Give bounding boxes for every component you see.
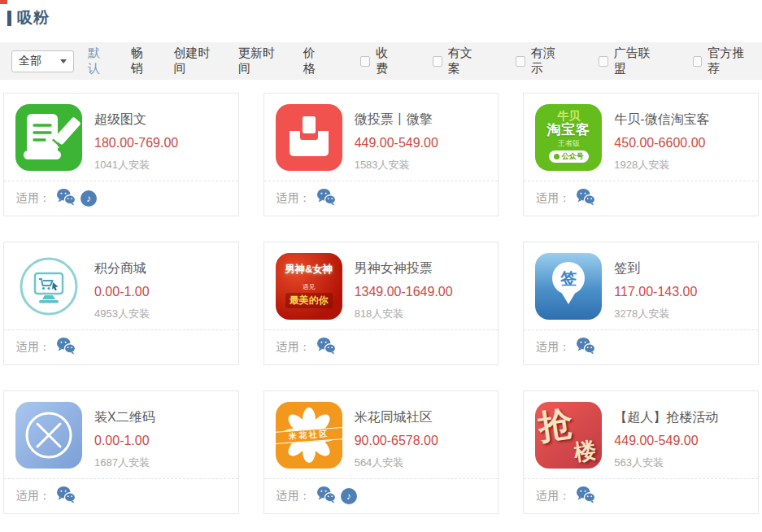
app-card[interactable]: 超级图文 180.00-769.00 1041人安装 适用： ♪ [3,93,239,216]
checkbox-box[interactable] [599,56,608,67]
checkbox-has-copywriting[interactable]: 有文案 [433,46,480,76]
app-title[interactable]: 积分商城 [94,260,150,277]
applicable-label: 适用： [536,191,570,206]
app-icon-checkin-pin: 签 [535,253,602,320]
checkbox-label: 有演示 [531,46,563,76]
card-footer: 适用： ♪ [4,181,238,216]
checkbox-box[interactable] [360,56,370,67]
app-grid: 超级图文 180.00-769.00 1041人安装 适用： ♪ [3,93,759,514]
app-title[interactable]: 米花同城社区 [355,409,438,426]
wechat-icon [316,337,336,358]
app-card[interactable]: 微投票丨微擎 449.00-549.00 1583人安装 适用： [263,93,499,216]
card-footer: 适用： [524,329,758,364]
chevron-down-icon [60,59,67,63]
app-title[interactable]: 【超人】抢楼活动 [614,409,718,426]
category-select[interactable]: 全部 [11,50,74,72]
sort-link-bestselling[interactable]: 畅销 [131,46,153,76]
app-card[interactable]: 签 签到 117.00-143.00 3278人安装 适用： [523,242,759,365]
app-price: 0.00-1.00 [94,285,150,299]
app-title[interactable]: 签到 [614,260,697,277]
app-title[interactable]: 牛贝-微信淘宝客 [614,111,709,129]
app-title[interactable]: 超级图文 [94,111,178,129]
applicable-label: 适用： [16,489,50,504]
wechat-icon [316,486,336,507]
app-icon-niubei-logo: 牛贝 淘宝客 王者版 公众号 [535,104,602,171]
app-installs: 1687人安装 [94,456,155,470]
app-icon-grab-floor: 抢 楼 [535,402,602,469]
app-price: 90.00-6578.00 [355,434,438,448]
icon-text: 遇见 [303,282,316,291]
app-installs: 1041人安装 [94,158,178,172]
checkbox-has-demo[interactable]: 有演示 [516,46,563,76]
card-footer: 适用： ♪ [264,478,499,513]
title-accent-bar [7,11,11,26]
app-card[interactable]: 男神&女神 遇见 最美的你 男神女神投票 1349.00-1649.00 818… [263,242,499,365]
app-icon-ballot-box [276,104,342,171]
app-installs: 1583人安装 [355,158,438,172]
checkbox-label: 有文案 [448,46,480,76]
applicable-label: 适用： [16,340,50,355]
wechat-icon [576,486,595,507]
wechat-icon [316,188,336,209]
app-icon-circle-x [15,402,82,469]
card-footer: 适用： [524,181,758,216]
page-title: 吸粉 [17,7,50,28]
app-installs: 563人安装 [614,456,718,470]
app-installs: 3278人安装 [614,307,697,321]
checkbox-label: 官方推荐 [708,46,751,76]
checkbox-paid[interactable]: 收费 [360,46,397,76]
app-price: 0.00-1.00 [94,434,155,448]
app-installs: 4953人安装 [94,307,150,321]
applicable-label: 适用： [276,340,311,355]
applicable-label: 适用： [16,191,50,206]
icon-text: 牛贝 [557,110,580,122]
checkbox-box[interactable] [433,56,442,67]
app-card[interactable]: 装X二维码 0.00-1.00 1687人安装 适用： [3,390,239,514]
icon-text: 最美的你 [285,293,333,308]
app-title[interactable]: 微投票丨微擎 [355,111,438,129]
app-installs: 1928人安装 [614,158,709,172]
app-price: 180.00-769.00 [94,136,178,150]
note-circle-icon: ♪ [81,190,97,207]
app-installs: 818人安装 [355,307,453,321]
app-card[interactable]: 积分商城 0.00-1.00 4953人安装 适用： [3,242,239,365]
wechat-icon [56,486,76,507]
app-card[interactable]: 抢 楼 【超人】抢楼活动 449.00-549.00 563人安装 适用： [523,390,759,514]
card-footer: 适用： [264,329,499,364]
sort-link-price[interactable]: 价格 [303,46,325,76]
wechat-icon [56,337,76,358]
sort-link-default[interactable]: 默认 [88,46,110,76]
sort-link-create-time[interactable]: 创建时间 [173,46,217,76]
wechat-dot-icon [554,154,560,159]
checkbox-label: 广告联盟 [614,46,657,76]
app-title[interactable]: 男神女神投票 [355,260,453,277]
applicable-label: 适用： [536,340,570,355]
app-installs: 564人安装 [355,456,438,470]
app-title[interactable]: 装X二维码 [94,409,155,426]
icon-text: 签 [560,268,577,290]
app-icon-gods-vote: 男神&女神 遇见 最美的你 [276,253,342,320]
filter-bar: 全部 默认 畅销 创建时间 更新时间 价格 收费 有文案 有演示 广告联盟 官方… [0,42,762,80]
app-icon-points-mall [15,253,82,320]
checkbox-official-recommend[interactable]: 官方推荐 [693,46,751,76]
wechat-icon [576,188,595,209]
checkbox-ad-alliance[interactable]: 广告联盟 [599,46,656,76]
card-footer: 适用： [4,329,238,364]
applicable-label: 适用： [276,489,311,504]
app-card[interactable]: 牛贝 淘宝客 王者版 公众号 牛贝-微信淘宝客 450.00-6600.00 1… [523,93,759,216]
checkbox-box[interactable] [693,56,703,67]
app-price: 117.00-143.00 [614,285,697,299]
note-circle-icon: ♪ [341,488,357,504]
app-card[interactable]: 米花社区 米花同城社区 90.00-6578.00 564人安装 适用： ♪ [263,390,499,514]
page-header: 吸粉 [0,0,762,28]
applicable-label: 适用： [276,191,311,206]
icon-text: 男神&女神 [285,263,333,277]
icon-text: 抢 [536,402,576,451]
applicable-label: 适用： [536,489,570,504]
app-price: 1349.00-1649.00 [355,285,453,299]
sort-link-update-time[interactable]: 更新时间 [238,46,282,76]
checkbox-box[interactable] [516,56,525,67]
card-footer: 适用： [264,181,499,216]
app-icon-scroll-pencil [15,104,82,171]
checkbox-label: 收费 [376,46,397,76]
